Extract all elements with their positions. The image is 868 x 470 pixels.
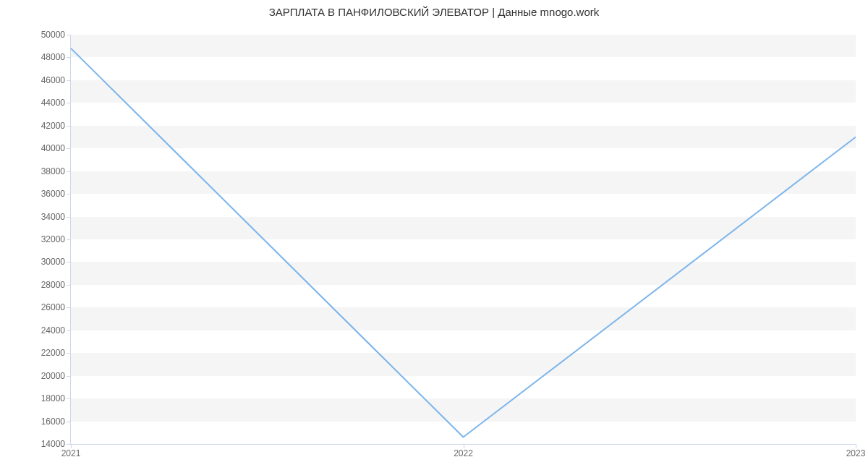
chart-title: ЗАРПЛАТА В ПАНФИЛОВСКИЙ ЭЛЕВАТОР | Данны… <box>0 6 868 18</box>
line-series-svg <box>71 35 856 444</box>
x-tick-mark <box>856 444 856 448</box>
chart-container: ЗАРПЛАТА В ПАНФИЛОВСКИЙ ЭЛЕВАТОР | Данны… <box>0 0 868 470</box>
series-line <box>71 48 856 437</box>
x-tick-mark <box>71 444 72 448</box>
plot-area: 1400016000180002000022000240002600028000… <box>70 35 856 445</box>
x-tick-mark <box>464 444 464 448</box>
